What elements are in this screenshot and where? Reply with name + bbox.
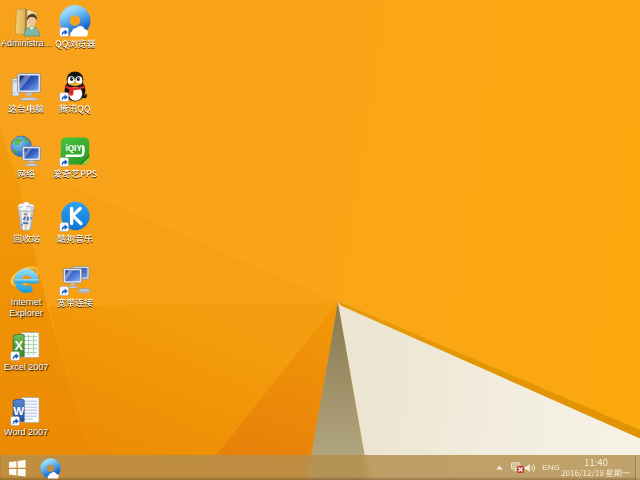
desktop-icon-qq-browser[interactable]	[47, 5, 103, 49]
desktop-icon-network[interactable]	[0, 135, 54, 179]
desktop-icon-kugou-music[interactable]	[47, 200, 103, 244]
desktop-icon-label	[13, 233, 40, 244]
start-button[interactable]	[0, 455, 35, 480]
svg-text:X: X	[14, 338, 23, 353]
network-status-icon[interactable]	[510, 455, 524, 480]
desktop-icon-iqiyi-pps[interactable]: iQIYI	[47, 135, 103, 179]
shortcut-arrow-icon	[60, 93, 69, 102]
ie-icon	[10, 264, 42, 296]
svg-text:iQIYI: iQIYI	[65, 144, 84, 153]
svg-text:W: W	[13, 405, 24, 417]
system-tray: ENG	[0, 455, 640, 480]
word-icon: W	[10, 394, 42, 426]
shortcut-arrow-icon	[60, 28, 69, 37]
desktop-icon-label	[55, 38, 96, 49]
desktop-icon-this-pc[interactable]	[0, 70, 54, 114]
shortcut-arrow-icon	[60, 223, 69, 232]
computer-icon	[10, 70, 42, 102]
recycle-bin-icon	[10, 200, 42, 232]
qq-browser-icon	[59, 5, 91, 37]
desktop-icon-tencent-qq[interactable]	[47, 70, 103, 114]
desktop-icon-label	[59, 103, 91, 114]
broadband-icon	[59, 264, 91, 296]
qq-penguin-icon	[59, 70, 91, 102]
volume-icon[interactable]	[524, 455, 536, 480]
show-hidden-icons-button[interactable]	[495, 455, 503, 480]
network-disconnected-icon	[511, 462, 524, 473]
desktop-icon-label	[17, 168, 35, 179]
desktop-icon-excel-2007[interactable]: XExcel 2007	[0, 329, 54, 373]
speaker-icon	[524, 463, 536, 473]
clock[interactable]	[558, 455, 634, 480]
shortcut-arrow-icon	[60, 158, 69, 167]
desktop-icon-label: Administra...	[1, 38, 51, 49]
desktop-icon-administrator[interactable]: Administra...	[0, 5, 54, 49]
desktop-icon-label	[8, 103, 44, 114]
shortcut-arrow-icon	[60, 287, 69, 296]
user-folder-icon	[10, 5, 42, 37]
shortcut-arrow-icon	[11, 352, 20, 361]
qq-browser-icon	[40, 458, 61, 479]
excel-icon: X	[10, 329, 42, 361]
desktop-icon-recycle-bin[interactable]	[0, 200, 54, 244]
desktop-icon-label: InternetExplorer	[9, 297, 43, 318]
desktop-icon-word-2007[interactable]: WWord 2007	[0, 394, 54, 438]
desktop-screen: Administra...iQIYIInternetExplorerXExcel…	[0, 0, 640, 480]
clock-time	[584, 457, 608, 468]
chevron-up-icon	[496, 465, 503, 470]
desktop-icon-label	[53, 168, 98, 179]
desktop-icon-label	[57, 233, 93, 244]
desktop-icon-label: Word 2007	[4, 427, 48, 438]
taskbar-qq-browser-button[interactable]	[36, 455, 64, 480]
desktop-icon-label: Excel 2007	[4, 362, 49, 373]
kugou-icon	[59, 200, 91, 232]
iqiyi-icon: iQIYI	[59, 135, 91, 167]
show-desktop-button[interactable]	[635, 455, 640, 480]
shortcut-arrow-icon	[11, 417, 20, 426]
clock-date	[561, 468, 631, 478]
desktop-icon-broadband[interactable]	[47, 264, 103, 308]
taskbar: ENG	[0, 455, 640, 480]
desktop-icon-internet-explorer[interactable]: InternetExplorer	[0, 264, 54, 318]
windows-logo-icon	[9, 460, 26, 477]
network-globe-icon	[10, 135, 42, 167]
desktop-icon-label	[57, 297, 93, 308]
